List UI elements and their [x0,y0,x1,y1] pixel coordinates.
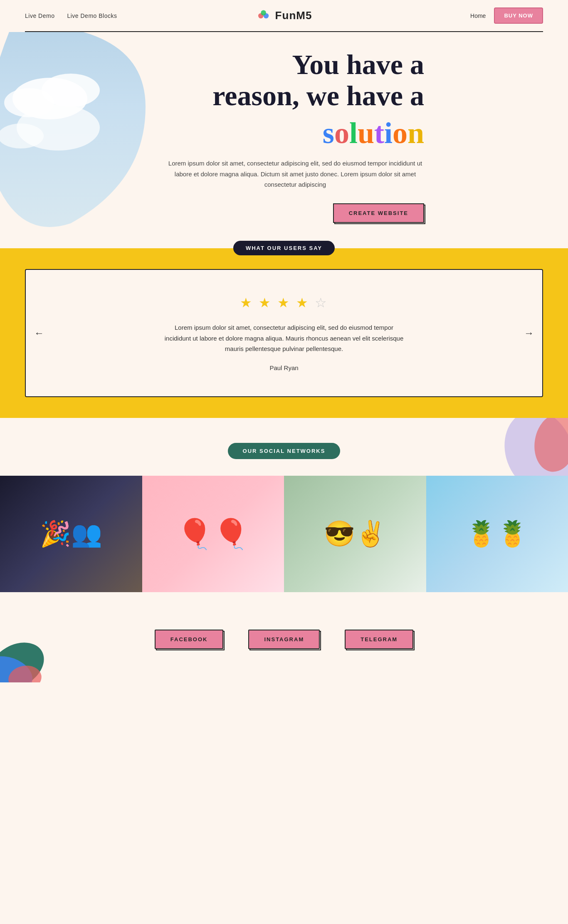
testimonial-stars: ★ ★ ★ ★ ☆ [59,295,509,311]
nav-right: Home BUY NOW [470,7,543,24]
solution-letter-i: i [384,116,393,150]
facebook-button[interactable]: FACEBOOK [155,630,224,649]
hero-title: You have a reason, we have a [166,49,424,111]
woman-emoji: 😎✌️ [324,519,386,548]
testimonials-label: WHAT OUR USERS SAY [233,241,335,255]
hero-solution-word: solution [166,118,424,148]
solution-letter-o: o [334,116,349,150]
social-networks-label: OUR SOCIAL NETWORKS [228,443,341,459]
social-buttons-row: FACEBOOK INSTAGRAM TELEGRAM [0,621,568,657]
star-4: ★ [296,295,310,310]
testimonial-card: ← ★ ★ ★ ★ ☆ Lorem ipsum dolor sit amet, … [25,269,543,397]
solution-letter-u: u [358,116,374,150]
social-image-balloons: 🎈🎈 [142,476,284,592]
solution-letter-o2: o [393,116,407,150]
svg-point-8 [0,124,44,148]
social-section: OUR SOCIAL NETWORKS 🎉👥 🎈🎈 😎✌️ 🍍🍍 [0,418,568,609]
nav-link-live-demo[interactable]: Live Demo [25,12,54,19]
solution-letter-n: n [407,116,424,150]
testimonial-prev-button[interactable]: ← [34,327,44,339]
hero-image-blob [0,32,146,232]
social-buttons-section: FACEBOOK INSTAGRAM TELEGRAM [0,609,568,682]
hero-description: Lorem ipsum dolor sit amet, consectetur … [166,158,424,190]
social-image-pineapples: 🍍🍍 [426,476,568,592]
balloons-emoji: 🎈🎈 [177,517,249,551]
hero-content: You have a reason, we have a solution Lo… [166,49,424,222]
solution-letter-t: t [374,116,384,150]
solution-letter-l: l [349,116,358,150]
instagram-button[interactable]: INSTAGRAM [248,630,320,649]
navbar: Live Demo Live Demo Blocks FunM5 Home BU… [0,0,568,31]
create-website-button[interactable]: CREATE WEBSITE [333,203,424,223]
star-3: ★ [277,295,291,310]
social-image-woman: 😎✌️ [284,476,426,592]
logo: FunM5 [256,8,312,23]
testimonial-author: Paul Ryan [59,364,509,371]
star-2: ★ [259,295,272,310]
star-1: ★ [240,295,254,310]
party-emoji: 🎉👥 [40,519,102,548]
pineapples-emoji: 🍍🍍 [466,519,528,548]
social-images-grid: 🎉👥 🎈🎈 😎✌️ 🍍🍍 [0,476,568,592]
logo-text: FunM5 [275,9,312,22]
testimonials-section: WHAT OUR USERS SAY ← ★ ★ ★ ★ ☆ Lorem ips… [0,248,568,418]
hero-section: You have a reason, we have a solution Lo… [0,32,568,248]
nav-home-link[interactable]: Home [470,12,486,19]
star-5-empty: ☆ [315,295,328,310]
buy-now-button[interactable]: BUY NOW [494,7,543,24]
telegram-button[interactable]: TELEGRAM [345,630,413,649]
testimonial-next-button[interactable]: → [524,327,534,339]
svg-point-2 [261,10,266,15]
nav-link-live-demo-blocks[interactable]: Live Demo Blocks [67,12,117,19]
logo-icon [256,8,271,23]
social-image-party: 🎉👥 [0,476,142,592]
testimonial-text: Lorem ipsum dolor sit amet, consectetur … [163,322,405,354]
solution-letter-s: s [323,116,334,150]
nav-links: Live Demo Live Demo Blocks [25,12,117,19]
